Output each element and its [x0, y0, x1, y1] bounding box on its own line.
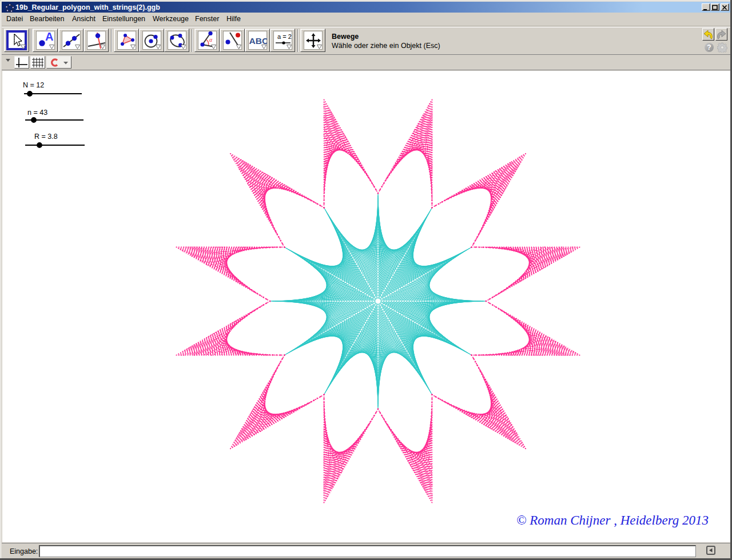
- svg-text:n = 43: n = 43: [27, 109, 47, 117]
- svg-text:N = 12: N = 12: [23, 81, 44, 89]
- svg-text:A: A: [45, 31, 53, 43]
- svg-text:R = 3.8: R = 3.8: [34, 133, 58, 141]
- svg-text:© Roman Chijner , Heidelberg 2: © Roman Chijner , Heidelberg 2013: [516, 513, 709, 527]
- svg-text:a = 2: a = 2: [277, 33, 292, 40]
- svg-text:α: α: [209, 37, 213, 43]
- svg-text:ABC: ABC: [249, 36, 268, 46]
